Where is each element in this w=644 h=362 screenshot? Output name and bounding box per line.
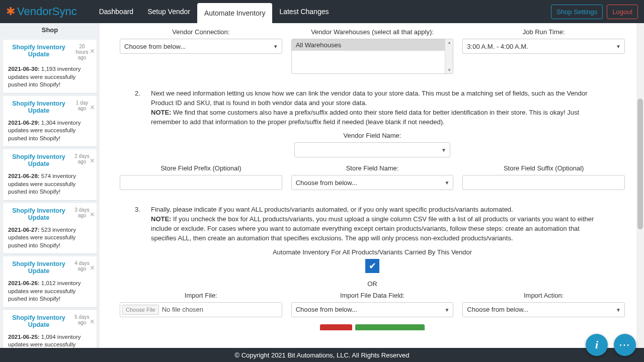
main-nav: Dashboard Setup Vendor Automate Inventor… [92,0,336,23]
app-header: ✱ VendorSync Dashboard Setup Vendor Auto… [0,0,644,23]
store-suffix-label: Store Field Suffix (Optional) [462,164,625,172]
chat-fab[interactable]: ⋯ [614,334,636,356]
close-icon[interactable]: × [90,103,95,112]
warehouse-option-all[interactable]: All Warehouses [292,39,445,51]
app-footer: © Copyright 2021 Bit Automations, LLC. A… [0,348,644,362]
notification-title: Shopify Inventory Update [8,260,72,275]
form-actions [120,324,625,330]
job-run-time-select[interactable]: 3:00 A.M. - 4:00 A.M. [462,39,625,54]
import-field-select[interactable]: Choose from below... [291,302,454,317]
choose-file-button[interactable]: Choose File [122,305,159,315]
notification-body: 2021-06-29: 1,304 inventory updates were… [8,119,92,143]
vendor-warehouses-multiselect[interactable]: All Warehouses ▲ ▼ [291,39,454,74]
logo-icon: ✱ [6,5,15,18]
nav-latest-changes[interactable]: Latest Changes [272,0,336,23]
main-content: Vendor Connection: Choose from below... … [100,23,635,348]
import-field-label: Import File Data Field: [291,292,454,299]
store-prefix-input[interactable] [120,175,282,190]
sidebar-title: Shop [0,23,100,37]
step3-text: 3.Finally, please indicate if you want A… [143,205,605,243]
notification-card: Shopify Inventory Update 2 days ago × 20… [3,149,97,200]
notifications-sidebar: Shop Shopify Inventory Update 20 hours a… [0,23,100,348]
notification-card: Shopify Inventory Update 5 days ago × 20… [3,310,97,348]
brand-name: VendorSync [17,5,77,18]
notification-body: 2021-06-30: 1,193 inventory updates were… [8,65,92,89]
close-icon[interactable]: × [90,210,95,219]
notification-time: 3 days ago [72,207,92,218]
close-icon[interactable]: × [90,156,95,165]
vendor-connection-label: Vendor Connection: [120,28,282,36]
file-chosen-text: No file chosen [161,306,203,313]
header-actions: Shop Settings Logout [551,5,638,19]
notification-body: 2021-06-27: 523 inventory updates were s… [8,226,92,250]
step1-row: Vendor Connection: Choose from below... … [120,28,625,74]
step2-text: 2.Next we need information letting us kn… [143,89,605,127]
import-action-select[interactable]: Choose from below... [462,302,625,317]
logout-button[interactable]: Logout [607,5,638,19]
store-field-name-label: Store Field Name: [291,164,454,172]
notification-card: Shopify Inventory Update 20 hours ago × … [3,40,97,93]
brand-logo: ✱ VendorSync [6,5,77,18]
close-icon[interactable]: × [90,47,95,56]
notification-time: 4 days ago [72,260,92,272]
notification-title: Shopify Inventory Update [8,153,72,167]
shop-settings-button[interactable]: Shop Settings [551,5,603,19]
notification-card: Shopify Inventory Update 3 days ago × 20… [3,203,97,254]
step2-block: 2.Next we need information letting us kn… [120,89,625,127]
notification-time: 1 day ago [72,100,92,111]
scroll-up-icon[interactable]: ▲ [447,40,451,45]
scroll-down-icon[interactable]: ▼ [447,68,451,72]
notification-time: 5 days ago [72,314,92,325]
notification-body: 2021-06-26: 1,012 inventory updates were… [8,280,92,303]
job-run-time-label: Job Run Time: [462,28,625,36]
automate-all-label: Automate Inventory For All Products/Vari… [120,248,625,256]
vendor-warehouses-label: Vendor Warehouses (select all that apply… [291,28,454,36]
nav-dashboard[interactable]: Dashboard [92,0,141,23]
notification-time: 20 hours ago [72,44,92,60]
import-file-input[interactable]: Choose File No file chosen [120,302,282,317]
notification-body: 2021-06-28: 574 inventory updates were s… [8,172,92,196]
vendor-field-name-select[interactable] [294,142,450,157]
nav-setup-vendor[interactable]: Setup Vendor [140,0,197,23]
or-separator: OR [120,280,625,288]
info-fab[interactable]: i [586,334,608,356]
store-prefix-label: Store Field Prefix (Optional) [120,164,282,172]
close-icon[interactable]: × [90,317,95,326]
submit-button[interactable] [355,324,425,330]
notification-title: Shopify Inventory Update [8,207,72,221]
cancel-button[interactable] [320,324,352,330]
store-field-name-select[interactable]: Choose from below... [291,175,454,190]
store-suffix-input[interactable] [462,175,625,190]
vendor-connection-select[interactable]: Choose from below... [120,39,282,54]
notification-time: 2 days ago [72,153,92,164]
import-file-label: Import File: [120,292,282,299]
automate-all-checkbox[interactable]: ✔ [365,259,379,273]
notification-title: Shopify Inventory Update [8,314,72,328]
notification-card: Shopify Inventory Update 1 day ago × 202… [3,96,97,147]
footer-text: © Copyright 2021 Bit Automations, LLC. A… [234,351,409,359]
nav-automate-inventory[interactable]: Automate Inventory [197,3,272,23]
close-icon[interactable]: × [90,263,95,273]
notification-title: Shopify Inventory Update [8,100,72,114]
main-scrollbar-thumb[interactable] [637,99,643,229]
notification-card: Shopify Inventory Update 4 days ago × 20… [3,256,97,307]
step3-block: 3.Finally, please indicate if you want A… [120,205,625,243]
main-scrollbar-track[interactable] [636,23,644,348]
vendor-field-name-label: Vendor Field Name: [120,132,625,139]
import-action-label: Import Action: [462,292,625,299]
notification-title: Shopify Inventory Update [8,44,72,58]
notification-body: 2021-06-25: 1,094 inventory updates were… [8,333,92,348]
